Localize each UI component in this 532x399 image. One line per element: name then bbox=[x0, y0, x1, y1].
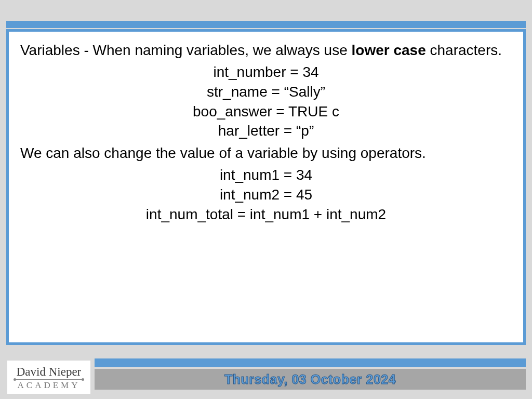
logo-top-text: David Nieper bbox=[17, 366, 82, 378]
academy-logo: David Nieper ACADEMY bbox=[7, 361, 90, 394]
intro-suffix: characters. bbox=[426, 42, 502, 58]
intro-paragraph: Variables - When naming variables, we al… bbox=[20, 41, 512, 59]
slide-footer: Thursday, 03 October 2024 David Nieper A… bbox=[0, 354, 532, 399]
example-line: int_number = 34 bbox=[20, 62, 512, 82]
footer-date-bar: Thursday, 03 October 2024 bbox=[95, 369, 526, 390]
example-line: str_name = “Sally” bbox=[20, 82, 512, 102]
intro-bold: lower case bbox=[352, 42, 426, 58]
example-line: int_num2 = 45 bbox=[20, 185, 512, 205]
footer-accent-bar bbox=[95, 358, 526, 367]
example-line: har_letter = “p” bbox=[20, 121, 512, 141]
example-line: int_num_total = int_num1 + int_num2 bbox=[20, 205, 512, 224]
top-accent-bar bbox=[6, 21, 526, 28]
logo-bottom-text: ACADEMY bbox=[18, 381, 81, 390]
example-line: int_num1 = 34 bbox=[20, 165, 512, 185]
example-line: boo_answer = TRUE c bbox=[20, 102, 512, 122]
intro-prefix: Variables - When naming variables, we al… bbox=[20, 42, 352, 58]
logo-divider bbox=[15, 379, 83, 380]
slide-content: Variables - When naming variables, we al… bbox=[6, 29, 526, 345]
footer-date: Thursday, 03 October 2024 bbox=[224, 372, 396, 387]
mid-paragraph: We can also change the value of a variab… bbox=[20, 144, 512, 162]
